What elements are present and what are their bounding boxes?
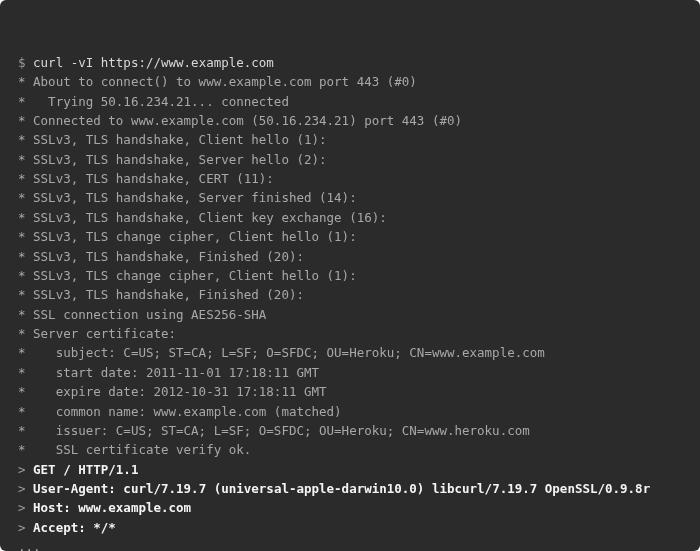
command-text: curl -vI https://www.example.com [33,55,274,70]
verbose-info-line: * SSLv3, TLS handshake, Finished (20): [18,285,682,304]
http-request-block: > GET / HTTP/1.1> User-Agent: curl/7.19.… [18,460,682,538]
verbose-info-line: * common name: www.example.com (matched) [18,402,682,421]
http-request-line: > User-Agent: curl/7.19.7 (universal-app… [18,479,682,498]
verbose-info-line: * About to connect() to www.example.com … [18,72,682,91]
verbose-info-line: * Trying 50.16.234.21... connected [18,92,682,111]
verbose-info-line: * SSLv3, TLS change cipher, Client hello… [18,227,682,246]
request-text: Host: www.example.com [33,500,191,515]
verbose-info-line: * SSLv3, TLS handshake, Client key excha… [18,208,682,227]
request-text: GET / HTTP/1.1 [33,462,138,477]
request-prefix: > [18,520,33,535]
verbose-info-line: * Server certificate: [18,324,682,343]
http-request-line: > Accept: */* [18,518,682,537]
request-text: Accept: */* [33,520,116,535]
verbose-info-line: * expire date: 2012-10-31 17:18:11 GMT [18,382,682,401]
trailing-ellipsis: ... [18,537,682,551]
verbose-info-block: * About to connect() to www.example.com … [18,72,682,460]
terminal-window: $ curl -vI https://www.example.com* Abou… [0,0,700,551]
verbose-info-line: * SSLv3, TLS handshake, Server hello (2)… [18,150,682,169]
verbose-info-line: * Connected to www.example.com (50.16.23… [18,111,682,130]
verbose-info-line: * subject: C=US; ST=CA; L=SF; O=SFDC; OU… [18,343,682,362]
http-request-line: > GET / HTTP/1.1 [18,460,682,479]
verbose-info-line: * SSLv3, TLS handshake, CERT (11): [18,169,682,188]
verbose-info-line: * SSL connection using AES256-SHA [18,305,682,324]
verbose-info-line: * SSL certificate verify ok. [18,440,682,459]
command-line: $ curl -vI https://www.example.com [18,53,682,72]
request-prefix: > [18,462,33,477]
request-prefix: > [18,500,33,515]
verbose-info-line: * SSLv3, TLS change cipher, Client hello… [18,266,682,285]
verbose-info-line: * SSLv3, TLS handshake, Client hello (1)… [18,130,682,149]
verbose-info-line: * SSLv3, TLS handshake, Server finished … [18,188,682,207]
shell-prompt: $ [18,55,33,70]
http-request-line: > Host: www.example.com [18,498,682,517]
verbose-info-line: * issuer: C=US; ST=CA; L=SF; O=SFDC; OU=… [18,421,682,440]
request-prefix: > [18,481,33,496]
verbose-info-line: * SSLv3, TLS handshake, Finished (20): [18,247,682,266]
verbose-info-line: * start date: 2011-11-01 17:18:11 GMT [18,363,682,382]
request-text: User-Agent: curl/7.19.7 (universal-apple… [33,481,650,496]
